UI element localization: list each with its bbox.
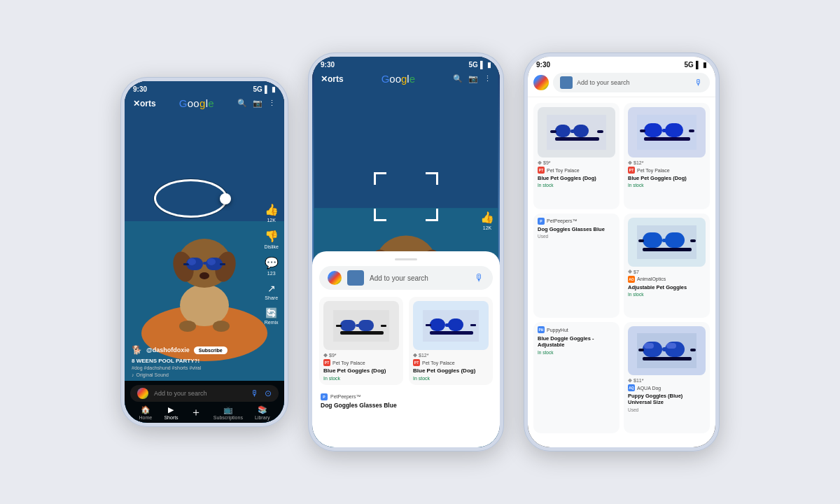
title-r3c2: Puppy Goggles (Blue) Universal Size bbox=[628, 393, 706, 406]
status-time-p2: 9:30 bbox=[321, 61, 335, 69]
seller-r1c2: Pet Toy Palace bbox=[637, 168, 670, 173]
svg-rect-51 bbox=[570, 130, 576, 133]
close-btn-p1[interactable]: ✕orts bbox=[133, 99, 156, 108]
subscribe-button[interactable]: Subscribe bbox=[194, 346, 227, 354]
mic-icon-sheet[interactable]: 🎙 bbox=[475, 272, 484, 284]
nav-shorts[interactable]: ▶Shorts bbox=[164, 405, 178, 420]
svg-rect-45 bbox=[426, 324, 431, 326]
search-icon-p2[interactable]: 🔍 bbox=[453, 74, 463, 83]
nav-create[interactable]: ＋ bbox=[190, 405, 202, 420]
camera-icon-p1[interactable]: 📷 bbox=[253, 99, 262, 108]
svg-rect-54 bbox=[555, 137, 599, 141]
search-thumbnail bbox=[560, 76, 573, 89]
sheet-search-bar[interactable]: Add to your search 🎙 bbox=[319, 266, 493, 290]
seller-badge-3-p2: P bbox=[321, 393, 328, 400]
seller-name-1-p2: Pet Toy Palace bbox=[332, 360, 365, 365]
share-button[interactable]: ↗ Share bbox=[265, 283, 278, 300]
svg-rect-64 bbox=[665, 232, 685, 248]
price-r3c2: $11* bbox=[628, 378, 706, 383]
phone-2: 9:30 5G ▌▮ ✕orts Google 🔍 📷 bbox=[308, 52, 504, 451]
close-btn-p2[interactable]: ✕orts bbox=[321, 74, 344, 84]
svg-rect-74 bbox=[690, 349, 696, 351]
dislike-button[interactable]: 👎 Dislike bbox=[264, 230, 279, 249]
seller-r1c1: Pet Toy Palace bbox=[547, 168, 580, 173]
badge-r3c1: PH bbox=[538, 326, 545, 333]
search-bar-p3[interactable]: Add to your search 🎙 bbox=[553, 73, 710, 92]
google-icon-p3 bbox=[533, 75, 549, 90]
search-text-p3: Add to your search bbox=[577, 79, 690, 86]
nav-library[interactable]: 📚Library bbox=[255, 405, 270, 420]
phone-1: 9:30 5G ▌ ▮ ✕orts Google 🔍 bbox=[120, 77, 288, 427]
search-icon-p1[interactable]: 🔍 bbox=[237, 99, 247, 108]
seller-name-3-p2: PetPeepers™ bbox=[330, 394, 361, 399]
title-r1c2: Blue Pet Goggles (Dog) bbox=[628, 175, 706, 181]
mic-icon-p3[interactable]: 🎙 bbox=[694, 78, 703, 88]
google-circle-icon bbox=[137, 388, 148, 399]
svg-rect-44 bbox=[445, 323, 451, 327]
price-2-p2: $12* bbox=[413, 353, 489, 358]
seller-r3c2: AQUA Dog bbox=[637, 386, 661, 391]
svg-point-12 bbox=[188, 258, 196, 265]
title-r1c1: Blue Pet Goggles (Dog) bbox=[538, 175, 615, 181]
comment-button[interactable]: 💬 123 bbox=[265, 256, 279, 276]
svg-rect-56 bbox=[644, 123, 662, 137]
video-title: 8 WEENS POOL PARTY?! bbox=[132, 358, 249, 364]
more-icon-p2[interactable]: ⋮ bbox=[484, 74, 491, 83]
price-r1c2: $12* bbox=[628, 160, 706, 165]
camera-icon-p2[interactable]: 📷 bbox=[468, 74, 478, 83]
result-card-3[interactable]: P PetPeepers™ Dog Goggles Glasses Blue U… bbox=[533, 214, 620, 318]
result-card-6[interactable]: $11* AQ AQUA Dog Puppy Goggles (Blue) Un… bbox=[624, 322, 710, 433]
battery-icon-p1: ▮ bbox=[272, 85, 276, 93]
svg-rect-40 bbox=[340, 331, 384, 335]
video-hashtags: #dog #dachshund #shorts #viral bbox=[132, 365, 249, 370]
like-button[interactable]: 👍 12K bbox=[265, 203, 279, 223]
product-title-1-p2: Blue Pet Goggles (Dog) bbox=[323, 368, 399, 374]
more-icon-p1[interactable]: ⋮ bbox=[268, 99, 276, 108]
result-card-1[interactable]: $9* PT Pet Toy Palace Blue Pet Goggles (… bbox=[533, 103, 620, 209]
svg-rect-49 bbox=[555, 125, 570, 137]
svg-rect-65 bbox=[662, 239, 668, 242]
used-r2c1: Used bbox=[538, 234, 615, 239]
svg-point-15 bbox=[179, 321, 196, 332]
svg-rect-39 bbox=[381, 325, 386, 327]
search-text-sheet: Add to your search bbox=[370, 274, 469, 282]
svg-point-14 bbox=[200, 272, 209, 279]
result-card-5[interactable]: PH PuppyHut Blue Doggie Goggles - Adjust… bbox=[533, 322, 620, 433]
price-1-p2: $9* bbox=[323, 353, 399, 358]
svg-rect-72 bbox=[662, 347, 668, 351]
used-r3c2: Used bbox=[628, 407, 706, 412]
svg-rect-53 bbox=[597, 130, 603, 133]
video-sound: ♪Original Sound bbox=[132, 372, 249, 377]
product-title-2-p2: Blue Pet Goggles (Dog) bbox=[413, 368, 489, 374]
lens-icon-p1[interactable]: ⊙ bbox=[265, 388, 272, 398]
remix-button[interactable]: 🔄 Remix bbox=[265, 307, 279, 325]
seller-r2c1: PetPeepers™ bbox=[547, 218, 578, 223]
svg-rect-11 bbox=[220, 263, 225, 265]
result-card-4[interactable]: $7 AO AnimalOptics Adjustable Pet Goggle… bbox=[624, 214, 710, 318]
stock-r1c2: In stock bbox=[628, 183, 706, 188]
phones-container: 9:30 5G ▌ ▮ ✕orts Google 🔍 bbox=[106, 38, 734, 465]
badge-r3c2: AQ bbox=[628, 384, 635, 391]
price-r1c1: $9* bbox=[538, 160, 615, 165]
svg-rect-58 bbox=[662, 129, 668, 132]
product-card-2[interactable]: $12* PT Pet Toy Palace Blue Pet Goggles … bbox=[409, 297, 493, 385]
svg-rect-63 bbox=[643, 232, 662, 248]
phone3-bg: 9:30 5G ▌▮ Add to your search 🎙 bbox=[528, 57, 715, 447]
badge-r2c1: P bbox=[538, 218, 545, 225]
seller-badge-2-p2: PT bbox=[413, 359, 420, 366]
badge-r1c1: PT bbox=[538, 167, 545, 174]
nav-home[interactable]: 🏠Home bbox=[139, 405, 153, 420]
svg-rect-37 bbox=[356, 324, 361, 327]
product-card-1[interactable]: $9* PT Pet Toy Palace Blue Pet Goggles (… bbox=[319, 297, 403, 385]
nav-subscriptions[interactable]: 📺Subscriptions bbox=[214, 405, 243, 420]
signal-icon-p1: ▌ bbox=[265, 85, 270, 93]
bottom-sheet: Add to your search 🎙 bbox=[312, 251, 500, 447]
google-icon-sheet bbox=[328, 271, 342, 285]
mic-icon-p1[interactable]: 🎙 bbox=[251, 388, 259, 398]
search-bar-p1[interactable]: Add to your search bbox=[154, 390, 245, 397]
google-logo-p1: Google bbox=[156, 97, 237, 109]
result-card-2[interactable]: $12* PT Pet Toy Palace Blue Pet Goggles … bbox=[624, 103, 710, 209]
like-button-p2[interactable]: 👍 12K bbox=[480, 211, 494, 230]
sheet-handle bbox=[395, 258, 417, 260]
svg-rect-77 bbox=[666, 343, 676, 349]
